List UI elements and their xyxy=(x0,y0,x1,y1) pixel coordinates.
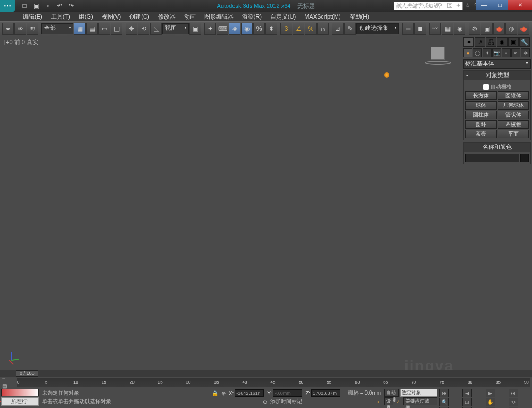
display-tab-icon[interactable]: ▣ xyxy=(508,37,519,47)
view-cube[interactable] xyxy=(425,47,451,68)
magnet-icon[interactable]: ∩ xyxy=(317,23,329,35)
render-setup-icon[interactable]: ⚙ xyxy=(469,23,480,35)
object-color-swatch[interactable] xyxy=(520,154,529,162)
render-iterative-icon[interactable]: ◍ xyxy=(505,23,517,35)
set-key-button[interactable]: 设置关键点 xyxy=(384,397,393,405)
auto-grid-checkbox[interactable]: 自动栅格 xyxy=(466,82,529,91)
teapot-button[interactable]: 茶壶 xyxy=(466,130,497,138)
key-mode-icon[interactable]: ⊸ xyxy=(372,398,381,405)
menu-rendering[interactable]: 渲染(R) xyxy=(238,13,266,21)
close-button[interactable]: ✕ xyxy=(508,0,532,10)
link-icon[interactable]: ⚭ xyxy=(2,23,14,35)
schematic-view-icon[interactable]: ▦ xyxy=(442,23,453,35)
key-filters-button[interactable]: 关键点过滤器... xyxy=(403,397,437,405)
cylinder-button[interactable]: 圆柱体 xyxy=(466,111,497,119)
viewport-label[interactable]: [+0 前 0 真实 xyxy=(4,38,38,46)
open-icon[interactable]: ▣ xyxy=(32,2,40,10)
keyboard-shortcut-icon[interactable]: ⌨ xyxy=(217,23,228,35)
window-crossing-icon[interactable]: ◫ xyxy=(111,23,122,35)
manipulate-icon[interactable]: ✦ xyxy=(204,23,216,35)
geometry-icon[interactable]: ● xyxy=(463,48,472,57)
layers-icon[interactable]: ≣ xyxy=(414,23,426,35)
pyramid-button[interactable]: 四棱锥 xyxy=(498,120,529,129)
menu-help[interactable]: 帮助(H) xyxy=(345,13,373,21)
angle-icon[interactable]: ∠ xyxy=(293,23,304,35)
percent-icon[interactable]: % xyxy=(305,23,317,35)
object-type-header[interactable]: 对象类型 xyxy=(464,71,530,80)
utilities-tab-icon[interactable]: 🔧 xyxy=(519,37,530,47)
zoom-icon[interactable]: 🔍 xyxy=(439,398,449,406)
tube-button[interactable]: 管状体 xyxy=(498,111,529,119)
auto-grid-input[interactable] xyxy=(483,84,489,90)
bind-icon[interactable]: ≋ xyxy=(27,23,38,35)
ref-coord-dropdown[interactable]: 视图 xyxy=(162,23,189,34)
undo-icon[interactable]: ↶ xyxy=(55,2,64,10)
menu-edit[interactable]: 编辑(E) xyxy=(19,13,47,21)
geometry-category-dropdown[interactable]: 标准基本体 xyxy=(463,59,531,69)
time-slider-handle[interactable]: 0 / 100 xyxy=(16,370,38,377)
play-icon[interactable]: ▶ xyxy=(486,389,495,397)
x-coord-input[interactable] xyxy=(235,389,264,397)
lights-icon[interactable]: ✦ xyxy=(483,48,492,57)
helpers-icon[interactable]: ▫ xyxy=(502,48,511,57)
isolate-icon[interactable]: ⊙ xyxy=(263,399,267,405)
hierarchy-tab-icon[interactable]: 品 xyxy=(486,37,496,47)
track-bar[interactable]: ≡ ▤ 051015202530354045505560657075808590 xyxy=(0,377,532,388)
add-time-tag[interactable]: 添加时间标记 xyxy=(270,398,302,405)
systems-icon[interactable]: ✲ xyxy=(521,48,530,57)
goto-start-icon[interactable]: ⏮ xyxy=(439,389,449,397)
select-scale-icon[interactable]: ◺ xyxy=(150,23,162,35)
menu-animation[interactable]: 动画 xyxy=(180,13,200,21)
named-sel-icon[interactable]: 3 xyxy=(280,23,292,35)
snap-toggle-icon[interactable]: ◈ xyxy=(229,23,240,35)
maximize-button[interactable]: □ xyxy=(492,0,508,10)
name-color-header[interactable]: 名称和颜色 xyxy=(464,143,530,152)
key-icon[interactable]: ⚿ xyxy=(447,2,454,10)
shapes-icon[interactable]: ◯ xyxy=(473,48,482,57)
z-coord-input[interactable] xyxy=(311,389,340,397)
menu-create[interactable]: 创建(C) xyxy=(125,13,153,21)
angle-snap-icon[interactable]: ◉ xyxy=(241,23,253,35)
select-region-icon[interactable]: ▭ xyxy=(98,23,110,35)
search-icon[interactable]: ⚲ xyxy=(438,2,445,10)
geosphere-button[interactable]: 几何球体 xyxy=(498,101,529,110)
save-icon[interactable]: ▫ xyxy=(44,2,52,10)
prev-frame-icon[interactable]: ◀ xyxy=(462,389,472,397)
mini-curve-editor-icon[interactable]: ≡ xyxy=(2,376,15,382)
create-tab-icon[interactable]: ✦ xyxy=(463,37,474,47)
set-key-icon[interactable]: ♪ xyxy=(394,397,402,406)
plane-button[interactable]: 平面 xyxy=(498,130,529,138)
unlink-icon[interactable]: ⚮ xyxy=(14,23,26,35)
menu-customize[interactable]: 自定义(U) xyxy=(266,13,300,21)
y-coord-input[interactable] xyxy=(273,389,302,397)
box-button[interactable]: 长方体 xyxy=(466,91,497,100)
torus-button[interactable]: 圆环 xyxy=(466,120,497,129)
paint-icon[interactable]: ✎ xyxy=(344,23,356,35)
menu-modifiers[interactable]: 修改器 xyxy=(154,13,180,21)
view-cube-face[interactable] xyxy=(431,47,445,60)
macro-recorder[interactable] xyxy=(1,389,39,396)
cameras-icon[interactable]: 📷 xyxy=(492,48,501,57)
motion-tab-icon[interactable]: ◉ xyxy=(497,37,508,47)
menu-maxscript[interactable]: MAXScript(M) xyxy=(300,13,345,20)
select-rotate-icon[interactable]: ⟲ xyxy=(138,23,149,35)
zoom-all-icon[interactable]: ⊡ xyxy=(462,398,472,406)
align-icon[interactable]: ⊨ xyxy=(402,23,414,35)
cone-button[interactable]: 圆锥体 xyxy=(498,91,529,100)
app-logo-icon[interactable]: ⋯ xyxy=(0,0,15,12)
minimize-button[interactable]: — xyxy=(476,0,492,10)
curve-editor-icon[interactable]: 〰 xyxy=(429,23,441,35)
object-name-input[interactable] xyxy=(466,154,519,162)
menu-tools[interactable]: 工具(T) xyxy=(47,13,74,21)
render-production-icon[interactable]: 🫖 xyxy=(493,23,505,35)
select-move-icon[interactable]: ✥ xyxy=(126,23,137,35)
select-by-name-icon[interactable]: ▤ xyxy=(86,23,98,35)
redo-icon[interactable]: ↷ xyxy=(67,2,76,10)
view-cube-ring[interactable] xyxy=(425,61,451,65)
viewport[interactable]: [+0 前 0 真实 jingya xyxy=(0,36,462,379)
menu-group[interactable]: 组(G) xyxy=(74,13,97,21)
key-target-dropdown[interactable]: 选定对象 xyxy=(400,389,437,397)
sphere-button[interactable]: 球体 xyxy=(466,101,497,110)
named-selection-set-dropdown[interactable]: 创建选择集 xyxy=(356,23,399,34)
selection-filter-dropdown[interactable]: 全部 xyxy=(41,23,73,34)
